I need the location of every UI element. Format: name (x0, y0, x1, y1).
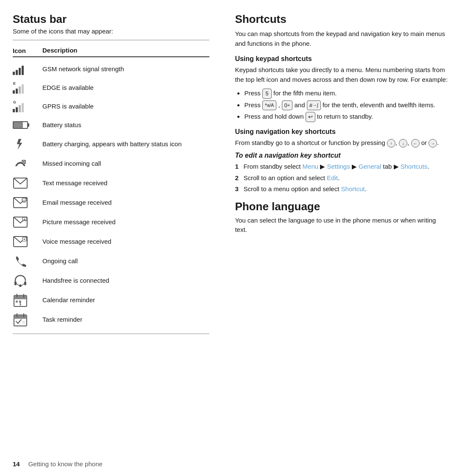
step-1: 1 From standby select Menu ▶ Settings ▶ … (235, 162, 449, 172)
footer-text: Getting to know the phone (28, 460, 103, 468)
gprs-desc: GPRS is available (42, 102, 209, 111)
key-0: 0+ (282, 100, 293, 111)
email-message-icon: @ (13, 195, 42, 210)
header-icon-col: Icon (13, 46, 42, 55)
gprs-signal-icon: G (13, 100, 42, 112)
missed-call-desc: Missed incoming call (42, 159, 209, 168)
step-1-text: From standby select Menu ▶ Settings ▶ Ge… (243, 162, 429, 172)
svg-rect-23 (16, 301, 18, 303)
step-2-text: Scroll to an option and select Edit. (243, 173, 340, 183)
table-row: Task reminder (13, 310, 209, 329)
ongoing-call-icon (13, 253, 42, 269)
svg-rect-28 (14, 317, 27, 319)
table-row: 1 Calendar reminder (13, 290, 209, 310)
bullet-3-text-before: Press and hold down (244, 113, 305, 120)
text-message-desc: Text message received (42, 179, 209, 187)
gsm-desc: GSM network signal strength (42, 65, 209, 73)
task-reminder-icon (13, 312, 42, 327)
svg-line-16 (17, 284, 19, 286)
calendar-reminder-desc: Calendar reminder (42, 296, 209, 304)
edit-shortcut-heading: To edit a navigation key shortcut (235, 152, 449, 159)
ongoing-call-desc: Ongoing call (42, 257, 209, 265)
table-row: Text message received (13, 173, 209, 193)
nav-shortcuts-heading: Using navigation key shortcuts (235, 128, 449, 136)
handsfree-icon (13, 273, 42, 288)
page-number: 14 (13, 460, 20, 468)
svg-rect-13 (14, 281, 17, 285)
keypad-shortcuts-body: Keypad shortcuts take you directly to a … (235, 65, 449, 84)
bullet-3: Press and hold down ↩ to return to stand… (244, 112, 449, 122)
edge-desc: EDGE is available (42, 84, 209, 92)
table-row: Picture message received (13, 212, 209, 232)
step-num-2: 2 (235, 173, 241, 183)
edge-signal-icon: E (13, 82, 42, 94)
nav-key-right: → (429, 139, 437, 148)
text-message-icon (13, 175, 42, 191)
handsfree-desc: Handsfree is connected (42, 276, 209, 285)
step-num-1: 1 (235, 162, 241, 172)
left-subtitle: Some of the icons that may appear: (13, 28, 209, 35)
bullet-1: Press 5 for the fifth menu item. (244, 89, 449, 99)
svg-rect-20 (14, 298, 27, 299)
svg-point-15 (19, 284, 22, 287)
nav-key-up: ↑ (387, 139, 395, 148)
voice-message-desc: Voice message received (42, 237, 209, 246)
svg-text:@: @ (22, 199, 25, 202)
key-hash: #→∫ (307, 100, 321, 111)
phone-language-title: Phone language (235, 200, 449, 213)
right-column: Shortcuts You can map shortcuts from the… (222, 13, 449, 448)
table-row: @ Email message received (13, 193, 209, 212)
task-reminder-desc: Task reminder (42, 315, 209, 324)
bullet-2-text-before: Press (244, 101, 262, 109)
svg-point-12 (24, 239, 25, 240)
battery-charging-icon (13, 136, 42, 152)
missed-call-icon (13, 156, 42, 171)
edit-shortcut-steps: 1 From standby select Menu ▶ Settings ▶ … (235, 162, 449, 194)
battery-charging-desc: Battery charging, appears with battery s… (42, 140, 209, 148)
table-row: Ongoing call (13, 251, 209, 271)
svg-rect-14 (24, 281, 26, 285)
table-row: E EDGE is available (13, 78, 209, 97)
page-footer: 14 Getting to know the phone (0, 456, 462, 476)
bottom-divider (13, 334, 209, 334)
table-header: Icon Description (13, 45, 209, 57)
bullet-1-text-after: for the fifth menu item. (273, 89, 337, 97)
svg-line-17 (22, 284, 24, 286)
step-num-3: 3 (235, 184, 241, 194)
nav-key-left: ← (411, 139, 420, 148)
gsm-signal-icon (13, 63, 42, 75)
step-3-text: Scroll to a menu option and select Short… (243, 184, 366, 194)
battery-desc: Battery status (42, 121, 209, 129)
svg-text:1: 1 (19, 302, 21, 306)
bullet-2: Press *a/A , 0+ and #→∫ for the tenth, e… (244, 100, 449, 111)
keypad-bullets: Press 5 for the fifth menu item. Press *… (235, 89, 449, 122)
battery-icon (13, 121, 42, 129)
email-message-desc: Email message received (42, 198, 209, 207)
voice-message-icon (13, 234, 42, 249)
key-star: *a/A (262, 100, 276, 111)
top-divider (13, 40, 209, 40)
calendar-reminder-icon: 1 (13, 292, 42, 308)
nav-shortcuts-body: From standby go to a shortcut or functio… (235, 138, 449, 148)
picture-message-desc: Picture message received (42, 218, 209, 226)
left-column: Status bar Some of the icons that may ap… (13, 13, 222, 448)
phone-language-body: You can select the language to use in th… (235, 216, 449, 235)
table-row: G GPRS is available (13, 97, 209, 116)
step-3: 3 Scroll to a menu option and select Sho… (235, 184, 449, 194)
table-row: Missed incoming call (13, 154, 209, 173)
table-row: Voice message received (13, 232, 209, 251)
bullet-2-text-after: for the tenth, eleventh and twelfth item… (323, 101, 435, 109)
table-row: Battery status (13, 116, 209, 134)
key-5: 5 (262, 89, 272, 99)
key-back: ↩ (306, 112, 315, 122)
bullet-2-sep2: and (294, 101, 306, 109)
keypad-shortcuts-heading: Using keypad shortcuts (235, 55, 449, 63)
table-row: Battery charging, appears with battery s… (13, 134, 209, 154)
left-title: Status bar (13, 13, 209, 26)
header-desc-col: Description (42, 46, 209, 55)
bullet-1-text-before: Press (244, 89, 262, 97)
picture-message-icon (13, 214, 42, 230)
step-2: 2 Scroll to an option and select Edit. (235, 173, 449, 183)
bullet-2-sep1: , (278, 101, 281, 109)
bullet-3-text-after: to return to standby. (317, 113, 373, 120)
